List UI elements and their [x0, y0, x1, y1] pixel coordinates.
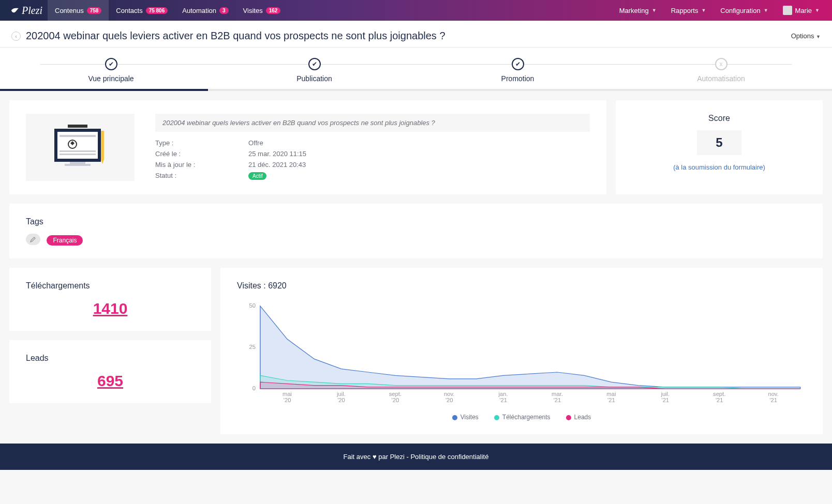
- field-value-created: 25 mar. 2020 11:15: [248, 150, 590, 158]
- step-label: Automatisation: [619, 74, 823, 83]
- footer: Fait avec ♥ par Plezi - Politique de con…: [0, 444, 832, 470]
- step-publication[interactable]: ✔ Publication: [213, 58, 416, 83]
- score-panel: Score 5 (à la soumission du formulaire): [616, 100, 823, 194]
- svg-text:'20: '20: [284, 398, 291, 403]
- brand-logo[interactable]: Plezi: [5, 5, 48, 17]
- chevron-down-icon: ▼: [764, 8, 768, 13]
- svg-text:jan.: jan.: [498, 391, 508, 397]
- nav-user[interactable]: Marie ▼: [776, 0, 827, 21]
- step-label: Promotion: [416, 74, 619, 83]
- pencil-icon: [30, 236, 36, 242]
- top-nav: Plezi Contenus 758 Contacts 75 806 Autom…: [0, 0, 832, 21]
- svg-text:'21: '21: [716, 398, 723, 403]
- overview-title: 202004 webinar quels leviers activer en …: [155, 114, 590, 132]
- svg-text:mar.: mar.: [552, 391, 563, 397]
- svg-rect-10: [65, 164, 91, 166]
- downloads-card: Téléchargements 1410: [9, 268, 211, 331]
- check-icon: ✔: [308, 58, 321, 70]
- score-value: 5: [697, 130, 741, 155]
- svg-text:nov.: nov.: [768, 391, 778, 397]
- nav-automation[interactable]: Automation 3: [175, 0, 235, 21]
- stepper-underline: [0, 89, 832, 91]
- field-value-updated: 21 déc. 2021 20:43: [248, 161, 590, 169]
- chevron-down-icon: ▼: [652, 8, 657, 13]
- footer-text: Fait avec: [344, 453, 373, 461]
- svg-rect-9: [70, 162, 85, 164]
- back-icon[interactable]: ‹: [11, 32, 21, 41]
- downloads-value[interactable]: 1410: [26, 300, 195, 317]
- chart-legend: Visites Téléchargements Leads: [237, 414, 806, 421]
- svg-text:'21: '21: [607, 398, 615, 403]
- svg-text:'21: '21: [499, 398, 507, 403]
- step-label: Vue principale: [9, 74, 213, 83]
- legend-visites: Visites: [452, 414, 479, 421]
- chevron-down-icon: ▼: [701, 8, 706, 13]
- svg-rect-2: [68, 125, 87, 128]
- svg-text:sept.: sept.: [389, 391, 402, 397]
- nav-badge: 162: [266, 7, 281, 14]
- svg-text:'21: '21: [769, 398, 777, 403]
- leads-card: Leads 695: [9, 340, 211, 403]
- status-badge: Actif: [248, 172, 266, 180]
- svg-text:juil.: juil.: [336, 391, 346, 397]
- check-icon: ✔: [105, 58, 117, 70]
- avatar: [783, 6, 792, 15]
- bird-icon: [10, 7, 20, 14]
- tags-heading: Tags: [26, 217, 806, 226]
- legend-telechargements: Téléchargements: [494, 414, 551, 421]
- svg-text:25: 25: [249, 344, 256, 350]
- step-promotion[interactable]: ✔ Promotion: [416, 58, 619, 83]
- check-icon: ✔: [512, 58, 524, 70]
- nav-contacts[interactable]: Contacts 75 806: [109, 0, 175, 21]
- svg-text:'20: '20: [337, 398, 345, 403]
- nav-badge: 758: [87, 7, 102, 14]
- step-vue-principale[interactable]: ✔ Vue principale: [9, 58, 213, 83]
- svg-text:'20: '20: [445, 398, 453, 403]
- options-dropdown[interactable]: Options ▼: [791, 32, 821, 40]
- chart-panel: Visites : 6920 02550mai'20juil.'20sept.'…: [220, 268, 823, 434]
- field-label-updated: Mis à jour le :: [155, 161, 248, 169]
- x-icon: x: [715, 58, 727, 70]
- legend-leads: Leads: [566, 414, 591, 421]
- field-label-type: Type :: [155, 139, 248, 147]
- edit-tags-button[interactable]: [26, 234, 40, 245]
- monitor-icon: [49, 121, 111, 173]
- leads-label: Leads: [26, 354, 195, 363]
- svg-text:nov.: nov.: [444, 391, 454, 397]
- field-label-status: Statut :: [155, 172, 248, 180]
- svg-rect-3: [60, 135, 96, 137]
- score-note: (à la soumission du formulaire): [632, 163, 806, 171]
- tag-item[interactable]: Français: [47, 235, 83, 246]
- privacy-link[interactable]: Politique de confidentialité: [410, 453, 488, 461]
- downloads-label: Téléchargements: [26, 281, 195, 291]
- visits-chart: 02550mai'20juil.'20sept.'20nov.'20jan.'2…: [237, 301, 806, 409]
- nav-marketing[interactable]: Marketing ▼: [612, 0, 664, 21]
- stepper: ✔ Vue principale ✔ Publication ✔ Promoti…: [0, 48, 832, 91]
- footer-text: par Plezi -: [377, 453, 411, 461]
- svg-text:mai: mai: [606, 391, 616, 397]
- leads-value[interactable]: 695: [26, 372, 195, 390]
- svg-text:0: 0: [252, 386, 256, 391]
- chevron-down-icon: ▼: [816, 34, 821, 39]
- tags-panel: Tags Français: [9, 204, 823, 258]
- step-label: Publication: [213, 74, 416, 83]
- nav-configuration[interactable]: Configuration ▼: [713, 0, 775, 21]
- nav-rapports[interactable]: Rapports ▼: [664, 0, 714, 21]
- svg-rect-5: [60, 154, 96, 155]
- nav-badge: 3: [219, 7, 229, 14]
- svg-text:sept.: sept.: [713, 391, 725, 397]
- svg-text:juil.: juil.: [660, 391, 670, 397]
- svg-rect-4: [60, 150, 96, 152]
- score-label: Score: [632, 114, 806, 123]
- svg-text:'21: '21: [662, 398, 670, 403]
- brand-text: Plezi: [22, 5, 42, 17]
- nav-label: Contacts: [116, 7, 142, 14]
- nav-contenus[interactable]: Contenus 758: [48, 0, 109, 21]
- step-automatisation[interactable]: x Automatisation: [619, 58, 823, 83]
- nav-visites[interactable]: Visites 162: [236, 0, 288, 21]
- nav-label: Marketing: [619, 7, 649, 14]
- nav-label: Automation: [182, 7, 216, 14]
- svg-text:'21: '21: [554, 398, 561, 403]
- svg-marker-8: [101, 160, 104, 164]
- nav-label: Marie: [795, 7, 812, 14]
